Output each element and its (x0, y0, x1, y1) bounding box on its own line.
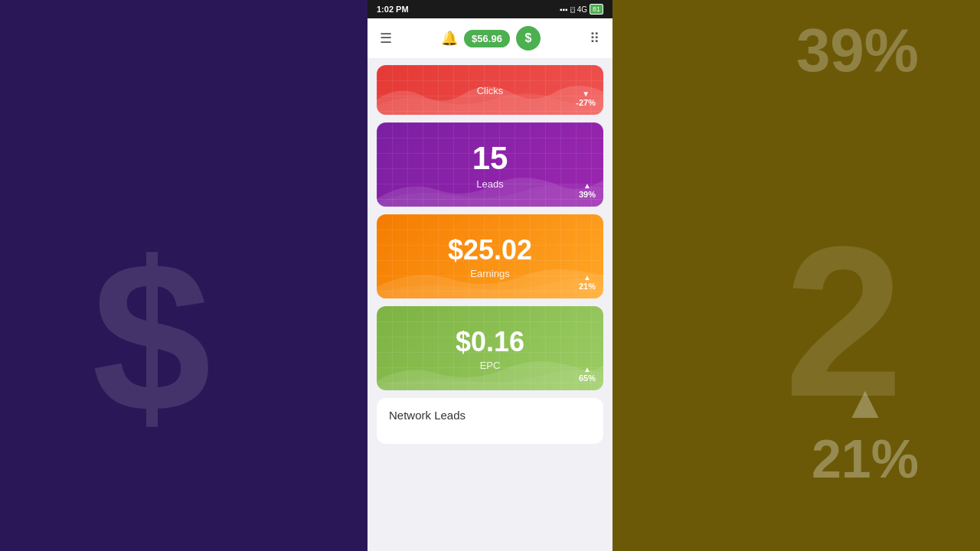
clicks-arrow-down: ▼ (582, 90, 590, 98)
epc-change: 65% (579, 373, 596, 383)
status-time: 1:02 PM (377, 5, 409, 14)
status-bar: 1:02 PM ▪▪▪ ⌼ 4G 81 (368, 0, 612, 18)
epc-badge: ▲ 65% (579, 365, 596, 383)
balance-badge[interactable]: $56.96 (464, 30, 510, 47)
earnings-wave (377, 260, 603, 298)
bg-arrow-percent: ▲ 21% (812, 376, 919, 490)
bg-percent-bottom: 21% (812, 429, 919, 490)
network-leads-card: Network Leads (377, 398, 603, 444)
leads-badge: ▲ 39% (579, 181, 596, 199)
content-area: Clicks ▼ -27% 15 Leads ▲ 39% (368, 59, 612, 551)
app-header: ☰ 🔔 $56.96 $ ⠿ (368, 18, 612, 59)
leads-arrow-up: ▲ (583, 181, 591, 190)
clicks-label: Clicks (477, 85, 504, 96)
earnings-label: Earnings (470, 268, 509, 279)
leads-value: 15 (472, 140, 508, 177)
epc-label: EPC (480, 360, 501, 371)
status-icons: ▪▪▪ ⌼ 4G 81 (560, 4, 603, 15)
clicks-badge: ▼ -27% (576, 90, 596, 107)
wifi-icon: ⌼ (570, 5, 575, 14)
bell-icon[interactable]: 🔔 (441, 30, 458, 47)
bg-arrow-up-icon: ▲ (842, 376, 887, 429)
leads-label: Leads (476, 178, 503, 190)
leads-card: 15 Leads ▲ 39% (377, 122, 603, 207)
earnings-badge: ▲ 21% (579, 273, 596, 291)
bg-dollar-sign: $ (92, 214, 211, 460)
leads-change: 39% (579, 190, 596, 199)
signal-icon: ▪▪▪ (560, 5, 568, 14)
grid-menu-button[interactable]: ⠿ (590, 30, 600, 47)
network-leads-title: Network Leads (389, 409, 466, 422)
epc-card: $0.16 EPC ▲ 65% (377, 306, 603, 390)
dollar-icon: $ (524, 31, 531, 45)
battery-indicator: 81 (590, 4, 603, 15)
epc-arrow-up: ▲ (583, 365, 591, 373)
earnings-card: $25.02 Earnings ▲ 21% (377, 214, 603, 298)
header-center: 🔔 $56.96 $ (441, 26, 541, 51)
hamburger-menu-button[interactable]: ☰ (380, 30, 392, 47)
earnings-change: 21% (579, 282, 596, 291)
earnings-arrow-up: ▲ (583, 273, 591, 282)
phone-container: 1:02 PM ▪▪▪ ⌼ 4G 81 ☰ 🔔 $56.96 $ ⠿ Click… (368, 0, 612, 551)
clicks-card: Clicks ▼ -27% (377, 65, 603, 115)
lte-icon: 4G (577, 5, 587, 14)
bg-percent-top: 39% (796, 15, 919, 86)
epc-wave (377, 352, 603, 390)
clicks-change: -27% (576, 98, 596, 107)
epc-value: $0.16 (456, 326, 524, 358)
dollar-button[interactable]: $ (516, 26, 541, 51)
earnings-value: $25.02 (448, 234, 532, 266)
